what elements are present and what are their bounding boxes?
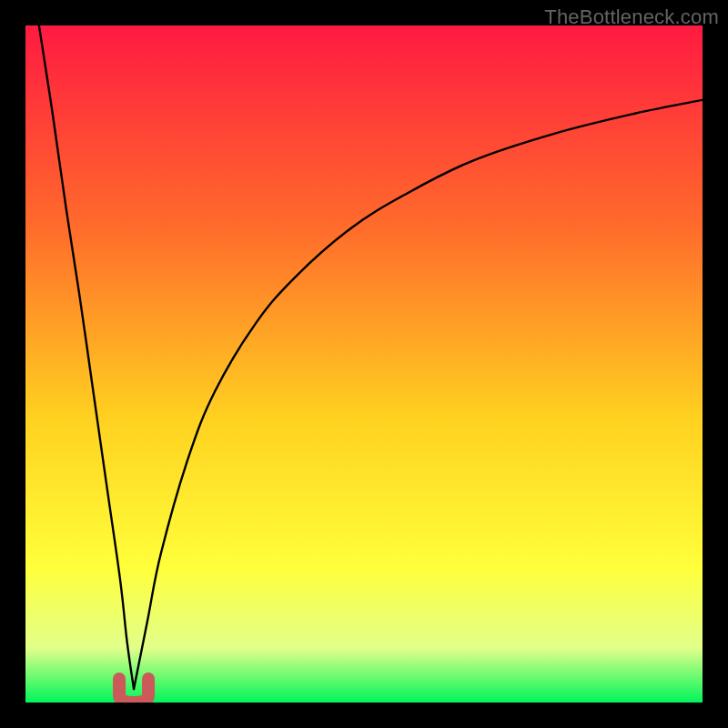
chart-svg — [25, 25, 703, 703]
chart-frame: TheBottleneck.com — [0, 0, 728, 728]
plot-area — [25, 25, 703, 703]
heat-background — [25, 25, 703, 703]
watermark-text: TheBottleneck.com — [544, 5, 719, 29]
